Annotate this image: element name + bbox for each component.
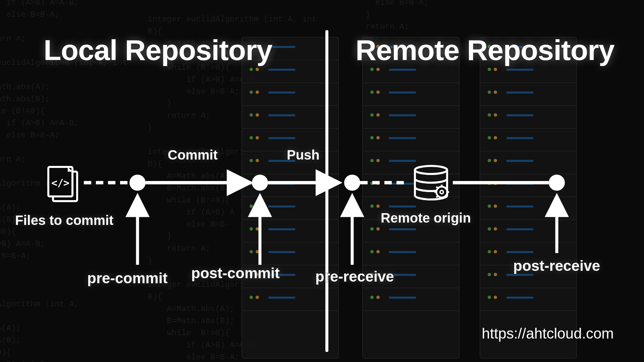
database-icon [415, 166, 449, 199]
node-post-receive [549, 175, 565, 191]
hook-pre-receive: pre-receive [315, 268, 394, 285]
label-push: Push [287, 147, 320, 163]
node-post-commit [252, 175, 268, 191]
url-credit: https://ahtcloud.com [482, 325, 614, 342]
svg-line-16 [436, 195, 438, 197]
hook-post-receive: post-receive [513, 257, 600, 274]
hook-pre-commit: pre-commit [87, 270, 168, 287]
svg-text:</>: </> [51, 177, 69, 189]
svg-point-7 [415, 166, 447, 174]
label-files: Files to commit [15, 213, 113, 228]
node-pre-receive [344, 175, 360, 191]
node-pre-commit [129, 175, 146, 191]
svg-line-14 [436, 187, 438, 189]
label-commit: Commit [168, 147, 218, 163]
hook-post-commit: post-commit [191, 265, 280, 282]
label-remote-origin: Remote origin [381, 210, 471, 226]
flow-diagram: </> [0, 0, 644, 362]
files-icon: </> [48, 167, 77, 201]
